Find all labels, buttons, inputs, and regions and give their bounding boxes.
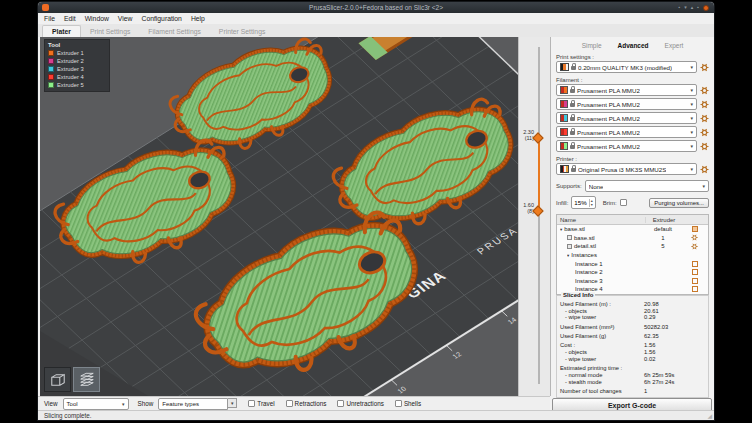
layer-slider-top-handle[interactable] xyxy=(532,132,543,143)
filament-4-gear-icon[interactable] xyxy=(700,128,709,137)
lock-icon xyxy=(570,131,575,135)
part-row-base[interactable]: base.stl 1 xyxy=(557,234,708,243)
filament-combo-2[interactable]: Prusament PLA MMU2 xyxy=(556,98,697,110)
part-gear-icon[interactable] xyxy=(691,243,698,250)
menu-edit[interactable]: Edit xyxy=(64,15,76,22)
lock-icon xyxy=(570,103,575,107)
menu-file[interactable]: File xyxy=(44,15,55,22)
show-combo-drop-button[interactable] xyxy=(228,398,237,408)
mode-tab-advanced[interactable]: Advanced xyxy=(618,42,649,49)
instance-row-1[interactable]: Instance 1 xyxy=(557,259,708,268)
sliced-info-row: Used Filament (mm³)50282.03 xyxy=(560,324,705,331)
instance-row-2[interactable]: Instance 2 xyxy=(557,268,708,277)
instance-icon[interactable] xyxy=(692,286,698,292)
menu-configuration[interactable]: Configuration xyxy=(141,15,181,22)
object-list: Name Extruder base.stl default base.stl … xyxy=(556,214,709,295)
supports-combo[interactable]: None xyxy=(585,180,709,192)
infill-spinner[interactable]: 15% ▴▾ xyxy=(571,196,595,209)
sliced-info-row: - stealth mode6h 27m 24s xyxy=(560,379,705,386)
object-row-base[interactable]: base.stl default xyxy=(557,225,708,234)
mode-tab-expert[interactable]: Expert xyxy=(665,42,684,49)
app-icon xyxy=(42,4,49,11)
stepper-arrows-icon[interactable]: ▴▾ xyxy=(589,199,593,207)
view-combo[interactable]: Tool xyxy=(63,398,129,410)
purging-volumes-button[interactable]: Purging volumes... xyxy=(649,198,709,208)
legend-title: Tool xyxy=(48,42,106,48)
part-row-detail[interactable]: detail.stl 5 xyxy=(557,242,708,251)
preview-canvas[interactable]: 8 10 12 14 16 18 GINA PRUSA xyxy=(40,37,518,396)
brim-checkbox[interactable] xyxy=(620,199,627,206)
chevron-down-icon xyxy=(690,143,693,149)
editor-view-button[interactable] xyxy=(44,367,71,392)
tab-print-settings[interactable]: Print Settings xyxy=(81,26,139,37)
tab-filament-settings[interactable]: Filament Settings xyxy=(139,26,210,37)
filament-2-gear-icon[interactable] xyxy=(700,100,709,109)
printer-combo[interactable]: Original Prusa i3 MK3S MMU2S xyxy=(556,163,697,175)
maximize-icon[interactable] xyxy=(691,5,694,10)
part-cube-icon xyxy=(567,235,572,240)
filament-3-gear-icon[interactable] xyxy=(700,114,709,123)
filament-combo-3[interactable]: Prusament PLA MMU2 xyxy=(556,112,697,124)
menu-help[interactable]: Help xyxy=(191,15,205,22)
menu-window[interactable]: Window xyxy=(85,15,109,22)
sliced-info-row: Estimated printing time : xyxy=(560,365,705,372)
expander-icon[interactable] xyxy=(560,227,562,232)
expander-icon[interactable] xyxy=(567,253,569,258)
extruder-2-color xyxy=(48,58,54,64)
status-bar: Slicing complete. xyxy=(38,410,714,420)
legend-extruder-3: Extruder 3 xyxy=(48,66,106,72)
layer-slider-gutter: 2.30 (11) 1.60 (8) xyxy=(518,37,550,396)
settings-sidebar: Simple Advanced Expert Print settings : … xyxy=(550,37,714,396)
instance-icon[interactable] xyxy=(692,278,698,284)
unretractions-checkbox[interactable] xyxy=(337,400,344,407)
part-gear-icon[interactable] xyxy=(691,234,698,241)
instance-icon[interactable] xyxy=(692,269,698,275)
printer-gear-icon[interactable] xyxy=(700,165,709,174)
instances-group-row[interactable]: Instances xyxy=(557,251,708,260)
sliced-info-row: - wipe tower0.02 xyxy=(560,356,705,363)
instance-row-3[interactable]: Instance 3 xyxy=(557,277,708,286)
chevron-down-icon xyxy=(690,64,693,70)
print-settings-gear-icon[interactable] xyxy=(700,63,709,72)
shells-checkbox[interactable] xyxy=(395,400,402,407)
show-combo[interactable]: Feature types xyxy=(158,398,228,410)
tab-plater[interactable]: Plater xyxy=(42,25,81,37)
menu-view[interactable]: View xyxy=(118,15,133,22)
sliced-info-row: - objects1.56 xyxy=(560,349,705,356)
filament-combo-5[interactable]: Prusament PLA MMU2 xyxy=(556,140,697,152)
lock-icon xyxy=(570,117,575,121)
print-settings-combo[interactable]: 0.20mm QUALITY MK3 (modified) xyxy=(556,61,697,73)
sliced-info-row: - objects20.61 xyxy=(560,308,705,315)
chevron-down-icon xyxy=(122,401,125,407)
filament-combo-1[interactable]: Prusament PLA MMU2 xyxy=(556,84,697,96)
close-icon[interactable] xyxy=(703,5,709,11)
extruder-1-color xyxy=(48,50,54,56)
minimize-icon[interactable] xyxy=(697,5,699,10)
window-controls xyxy=(678,5,709,11)
object-settings-icon[interactable] xyxy=(692,226,698,232)
lock-icon xyxy=(570,145,575,149)
filament-5-gear-icon[interactable] xyxy=(700,142,709,151)
instance-icon[interactable] xyxy=(692,261,698,267)
layer-slider-top-label: 2.30 (11) xyxy=(523,129,534,142)
resize-grip-icon[interactable] xyxy=(707,412,712,419)
travel-checkbox[interactable] xyxy=(248,400,255,407)
tab-printer-settings[interactable]: Printer Settings xyxy=(210,26,274,37)
chevron-down-icon xyxy=(702,183,705,189)
title-bar[interactable]: PrusaSlicer-2.0.0+Fedora based on Slic3r… xyxy=(38,2,714,13)
filament-1-gear-icon[interactable] xyxy=(700,86,709,95)
filament-1-swatch xyxy=(560,86,568,94)
lock-icon xyxy=(571,168,576,172)
printer-label: Printer : xyxy=(556,156,709,162)
tray-icon[interactable] xyxy=(678,5,680,10)
filament-combo-4[interactable]: Prusament PLA MMU2 xyxy=(556,126,697,138)
layer-slider-bottom-handle[interactable] xyxy=(532,205,543,216)
shade-icon[interactable] xyxy=(684,5,687,10)
filament-5-swatch xyxy=(560,142,568,150)
print-settings-label: Print settings : xyxy=(556,54,709,60)
window-title: PrusaSlicer-2.0.0+Fedora based on Slic3r… xyxy=(38,4,714,11)
mode-tab-simple[interactable]: Simple xyxy=(582,42,602,49)
preview-layers-button[interactable] xyxy=(73,367,100,392)
retractions-checkbox[interactable] xyxy=(286,400,293,407)
mode-tabs: Simple Advanced Expert xyxy=(556,42,709,49)
